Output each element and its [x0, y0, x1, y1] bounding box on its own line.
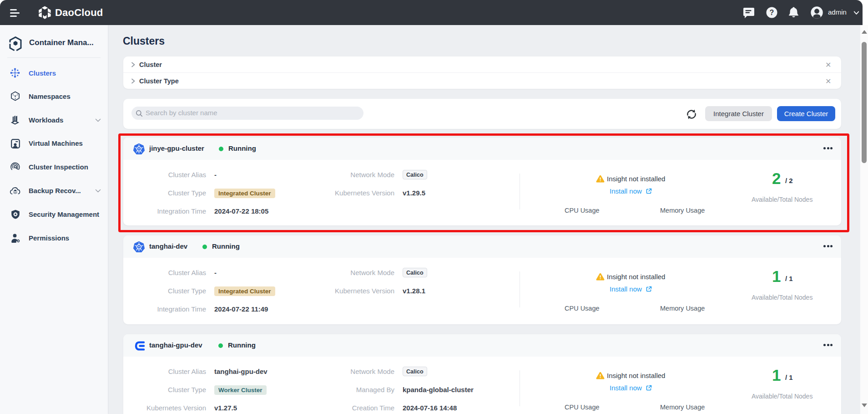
svg-text:?: ?	[770, 9, 774, 16]
